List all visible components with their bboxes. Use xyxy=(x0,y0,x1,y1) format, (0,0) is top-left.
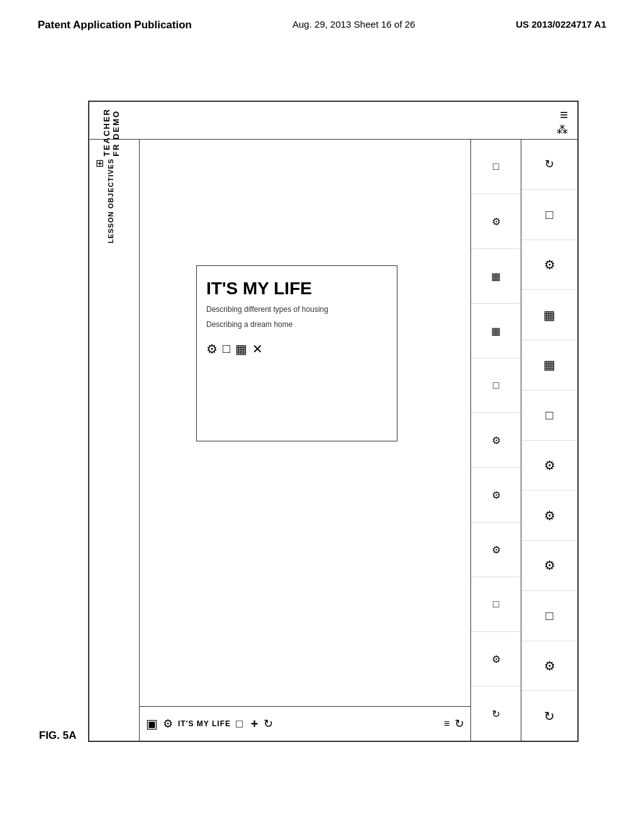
bottom-doc-icon[interactable]: □ xyxy=(236,717,243,731)
right2-btn-11[interactable]: ↻ xyxy=(471,687,521,741)
right2-btn-7[interactable]: ⚙ xyxy=(471,468,521,523)
lesson-close-icon[interactable]: ✕ xyxy=(252,341,263,357)
figure-label: FIG. 5A xyxy=(39,729,77,742)
bottom-book-icon[interactable]: ▣ xyxy=(146,716,158,731)
right1-btn-10[interactable]: □ xyxy=(521,591,577,641)
right2-btn-8[interactable]: ⚙ xyxy=(471,523,521,577)
lesson-table-icon[interactable]: ▦ xyxy=(235,341,247,357)
right2-btn-6[interactable]: ⚙ xyxy=(471,413,521,468)
patent-header: Patent Application Publication Aug. 29, … xyxy=(0,0,644,38)
bottom-refresh-icon[interactable]: ↻ xyxy=(455,717,464,731)
lesson-doc-icon[interactable]: □ xyxy=(223,341,230,357)
right1-btn-3[interactable]: ⚙ xyxy=(521,240,577,290)
right-icon-col1: ↻ □ ⚙ ▦ ▦ □ ⚙ ⚙ ⚙ □ ⚙ ↻ xyxy=(521,140,577,741)
right1-btn-7[interactable]: ⚙ xyxy=(521,441,577,491)
right2-btn-2[interactable]: ⚙ xyxy=(471,194,521,249)
right2-btn-9[interactable]: □ xyxy=(471,577,521,632)
people-icon: ⁂ xyxy=(557,123,568,136)
right2-btn-10[interactable]: ⚙ xyxy=(471,632,521,687)
right1-btn-11[interactable]: ⚙ xyxy=(521,641,577,692)
outer-rectangle: TEACHER FR DEMO ≡ ⁂ ⊞ LESSON OBJECTIVES … xyxy=(88,101,579,742)
diagram-container: TEACHER FR DEMO ≡ ⁂ ⊞ LESSON OBJECTIVES … xyxy=(63,88,579,767)
lesson-card-objective1: Describing different types of housing xyxy=(197,302,397,317)
lesson-objectives-label: LESSON OBJECTIVES xyxy=(107,158,114,243)
right1-btn-6[interactable]: □ xyxy=(521,390,577,441)
right1-btn-2[interactable]: □ xyxy=(521,190,577,240)
bottom-clock-icon[interactable]: ↻ xyxy=(264,717,273,731)
main-content: IT'S MY LIFE Describing different types … xyxy=(140,140,470,741)
left-sidebar: ⊞ LESSON OBJECTIVES xyxy=(89,140,140,741)
bottom-label: IT'S MY LIFE xyxy=(178,719,231,728)
patent-title: Patent Application Publication xyxy=(38,19,192,31)
right1-btn-5[interactable]: ▦ xyxy=(521,340,577,390)
lesson-card: IT'S MY LIFE Describing different types … xyxy=(196,265,397,441)
top-bar: TEACHER FR DEMO ≡ ⁂ xyxy=(89,102,577,140)
bottom-lines-icon: ≡ xyxy=(444,718,450,729)
patent-info: Aug. 29, 2013 Sheet 16 of 26 xyxy=(292,19,415,30)
right1-btn-12[interactable]: ↻ xyxy=(521,691,577,741)
lesson-card-icons: ⚙ □ ▦ ✕ xyxy=(197,332,397,366)
lesson-card-title: IT'S MY LIFE xyxy=(197,266,397,302)
grid-sidebar-icon: ⊞ xyxy=(96,157,104,169)
lesson-card-objective2: Describing a dream home xyxy=(197,317,397,332)
right1-btn-1[interactable]: ↻ xyxy=(521,140,577,190)
bottom-status-bar: ▣ ⚙ IT'S MY LIFE □ + ↻ ≡ ↻ xyxy=(140,706,470,741)
right2-btn-4[interactable]: ▦ xyxy=(471,304,521,358)
right-icon-col2: □ ⚙ ▦ ▦ □ ⚙ ⚙ ⚙ □ ⚙ ↻ xyxy=(470,140,521,741)
right1-btn-4[interactable]: ▦ xyxy=(521,290,577,340)
right1-btn-9[interactable]: ⚙ xyxy=(521,541,577,591)
bottom-plus-icon[interactable]: + xyxy=(251,717,258,731)
menu-lines-icon: ≡ xyxy=(560,107,568,123)
right2-btn-3[interactable]: ▦ xyxy=(471,249,521,304)
right2-btn-1[interactable]: □ xyxy=(471,140,521,194)
patent-number: US 2013/0224717 A1 xyxy=(516,19,606,30)
right2-btn-5[interactable]: □ xyxy=(471,358,521,413)
right1-btn-8[interactable]: ⚙ xyxy=(521,490,577,541)
bottom-gear-icon[interactable]: ⚙ xyxy=(163,717,173,731)
lesson-cog-icon[interactable]: ⚙ xyxy=(206,341,218,357)
